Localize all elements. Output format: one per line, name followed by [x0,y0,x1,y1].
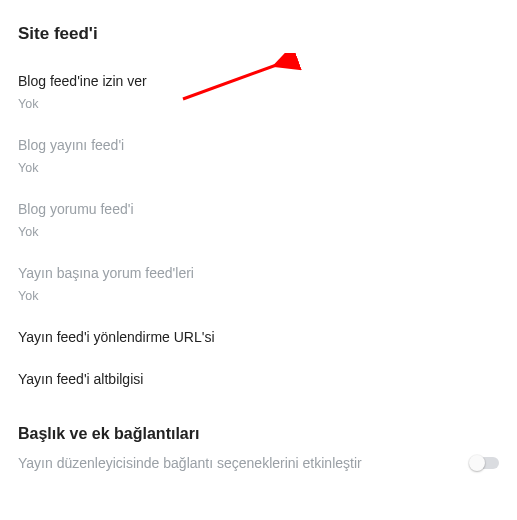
toggle-label: Yayın düzenleyicisinde bağlantı seçenekl… [18,455,362,471]
section-title-links: Başlık ve ek bağlantıları [18,425,499,443]
setting-value: Yok [18,225,499,240]
setting-feed-footer[interactable]: Yayın feed'i altbilgisi [18,360,499,403]
setting-blog-post-feed: Blog yayını feed'i Yok [18,126,499,190]
setting-label: Blog yorumu feed'i [18,200,499,219]
setting-feed-redirect-url[interactable]: Yayın feed'i yönlendirme URL'si [18,318,499,361]
setting-value: Yok [18,97,499,112]
toggle-thumb [469,455,485,471]
setting-blog-comment-feed: Blog yorumu feed'i Yok [18,190,499,254]
setting-blog-feed-allow[interactable]: Blog feed'ine izin ver Yok [18,62,499,126]
setting-enable-link-options[interactable]: Yayın düzenleyicisinde bağlantı seçenekl… [18,451,499,479]
setting-per-post-comment-feed: Yayın başına yorum feed'leri Yok [18,254,499,318]
setting-value: Yok [18,289,499,304]
setting-value: Yok [18,161,499,176]
setting-label: Yayın feed'i yönlendirme URL'si [18,328,499,347]
setting-label: Blog yayını feed'i [18,136,499,155]
setting-label: Blog feed'ine izin ver [18,72,499,91]
setting-label: Yayın başına yorum feed'leri [18,264,499,283]
toggle-switch[interactable] [471,457,499,469]
section-title-site-feed: Site feed'i [18,24,499,44]
setting-label: Yayın feed'i altbilgisi [18,370,499,389]
